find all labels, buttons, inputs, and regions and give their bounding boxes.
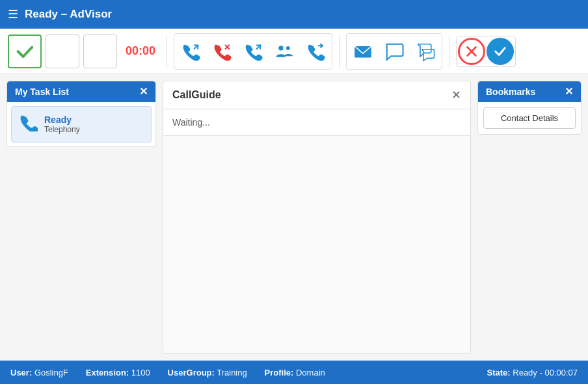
toolbar-box-1 (46, 34, 79, 68)
app-title: Ready – AdVisor (25, 8, 112, 21)
task-title: Ready (44, 115, 80, 125)
call-out-button[interactable] (176, 35, 206, 68)
app-header: ☰ Ready – AdVisor (0, 0, 588, 29)
task-list-close-button[interactable]: ✕ (139, 87, 148, 97)
forward-button[interactable] (301, 35, 330, 68)
chat2-button[interactable] (410, 35, 440, 68)
bookmarks-title: Bookmarks (486, 87, 535, 97)
extension-label: Extension: (86, 368, 129, 377)
message-buttons-group (346, 33, 442, 70)
user-label: User: (10, 368, 32, 377)
email-button[interactable] (348, 35, 378, 68)
extension-value: 1100 (131, 368, 150, 377)
usergroup-value: Training (217, 368, 247, 377)
telephony-icon (20, 113, 38, 135)
callguide-close-button[interactable]: ✕ (451, 88, 461, 102)
confirm-button[interactable] (487, 38, 514, 65)
contact-details-button[interactable]: Contact Details (483, 107, 576, 129)
callguide-status: Waiting... (163, 109, 470, 136)
status-bar: User: GoslingF Extension: 1100 UserGroup… (0, 361, 588, 384)
ready-check-button[interactable] (8, 34, 42, 68)
svg-point-4 (278, 46, 283, 50)
call-timer: 00:00 (121, 44, 160, 58)
svg-point-5 (286, 46, 290, 50)
user-value: GoslingF (34, 368, 68, 377)
left-panel: My Task List ✕ Ready Telephony (7, 81, 156, 354)
toolbar-box-2 (83, 34, 117, 68)
task-item-text: Ready Telephony (44, 115, 80, 134)
profile-label: Profile: (265, 368, 294, 377)
toolbar-separator-2 (339, 35, 340, 68)
toolbar-separator-3 (449, 35, 449, 68)
main-content: My Task List ✕ Ready Telephony (0, 74, 588, 361)
right-panel: Bookmarks ✕ Contact Details (477, 81, 581, 354)
usergroup-label: UserGroup: (168, 368, 215, 377)
cancel-button[interactable] (458, 38, 485, 65)
conference-button[interactable] (269, 35, 299, 68)
task-list-header: My Task List ✕ (7, 81, 155, 102)
task-item[interactable]: Ready Telephony (11, 106, 152, 143)
action-buttons-group (456, 36, 516, 67)
profile-value: Domain (296, 368, 325, 377)
footer-info: User: GoslingF Extension: 1100 UserGroup… (10, 368, 336, 377)
callguide-body (163, 136, 470, 353)
callguide-panel: CallGuide ✕ Waiting... (163, 81, 471, 354)
footer-state: State: Ready - 00:00:07 (487, 368, 578, 377)
toolbar-separator-1 (167, 35, 167, 68)
state-label: State: (487, 368, 511, 377)
bookmarks-close-button[interactable]: ✕ (565, 87, 573, 97)
callguide-title: CallGuide (172, 89, 221, 101)
menu-icon[interactable]: ☰ (8, 7, 18, 21)
call-transfer-button[interactable] (238, 35, 268, 68)
chat-button[interactable] (379, 35, 409, 68)
task-list-title: My Task List (15, 87, 69, 97)
callguide-header: CallGuide ✕ (163, 81, 470, 109)
call-end-button[interactable] (207, 35, 237, 68)
toolbar: 00:00 (0, 29, 588, 74)
state-value: Ready - 00:00:07 (513, 368, 578, 377)
task-subtitle: Telephony (44, 125, 80, 134)
call-buttons-group (174, 33, 332, 70)
bookmarks-header: Bookmarks ✕ (478, 81, 581, 102)
